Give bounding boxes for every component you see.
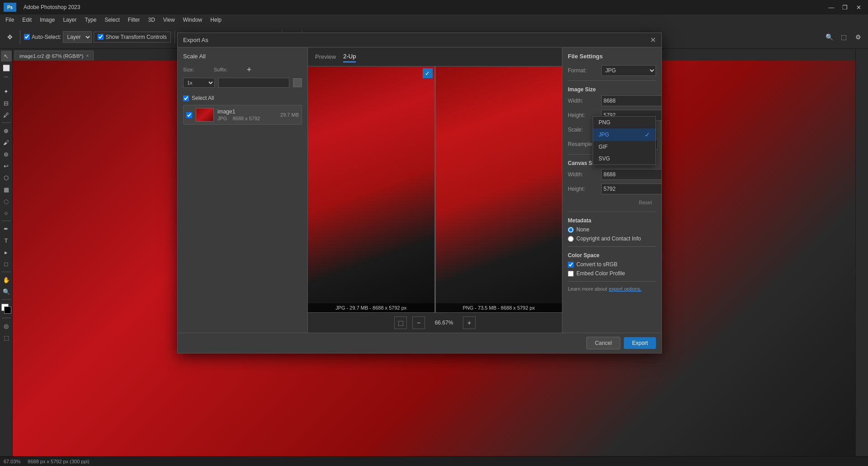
preview-tab[interactable]: Preview: [315, 52, 336, 62]
tab-close-icon[interactable]: ×: [86, 53, 89, 58]
canvas-width-label: Width:: [568, 171, 599, 178]
quick-mask-tool[interactable]: ◎: [1, 320, 12, 331]
menu-image[interactable]: Image: [36, 16, 58, 24]
eyedropper-tool[interactable]: 🖉: [1, 109, 12, 120]
minimize-button[interactable]: —: [826, 2, 837, 12]
preview-zoom-out-btn[interactable]: −: [412, 316, 425, 329]
suffix-input[interactable]: [218, 78, 289, 88]
menu-window[interactable]: Window: [179, 16, 206, 24]
document-tab[interactable]: image1.cr2 @ 67% (RGB/8*) ×: [14, 51, 94, 61]
menu-type[interactable]: Type: [81, 16, 100, 24]
statusbar: 67.03% 8688 px x 5792 px (300 ppi): [0, 456, 868, 466]
format-option-gif[interactable]: GIF: [593, 141, 656, 153]
convert-srgb-checkbox[interactable]: [568, 262, 574, 268]
none-radio[interactable]: [568, 227, 574, 233]
marquee-tool[interactable]: ⬜: [1, 62, 12, 73]
size-input-row: 1x 2x 0.5x: [183, 78, 302, 88]
divider-1: [568, 80, 656, 81]
path-selection-tool[interactable]: ▸: [1, 247, 12, 258]
menu-help[interactable]: Help: [207, 16, 225, 24]
add-size-button[interactable]: +: [245, 65, 254, 74]
format-option-jpg[interactable]: JPG ✓: [593, 128, 656, 141]
width-row: Width: px: [568, 95, 656, 106]
image-list: image1 JPG 8688 x 5792 29.7 MB: [183, 105, 302, 327]
format-option-png[interactable]: PNG: [593, 117, 656, 128]
metadata-section: Metadata: [568, 217, 656, 224]
maximize-button[interactable]: ❐: [839, 2, 851, 12]
healing-brush-tool[interactable]: ⊕: [1, 125, 12, 136]
embed-profile-checkbox[interactable]: [568, 271, 574, 277]
image-item-checkbox[interactable]: [186, 112, 192, 118]
options-icon[interactable]: ⚙: [852, 31, 864, 43]
color-space-section: Color Space: [568, 252, 656, 259]
cancel-button[interactable]: Cancel: [586, 337, 620, 349]
close-app-button[interactable]: ✕: [853, 2, 864, 12]
width-input[interactable]: [601, 95, 661, 106]
menu-edit[interactable]: Edit: [19, 16, 35, 24]
copyright-radio[interactable]: [568, 236, 574, 242]
right-panel: [855, 49, 868, 456]
canvas-width-input[interactable]: [601, 169, 661, 180]
dodge-tool[interactable]: ○: [1, 207, 12, 218]
format-jpg-check: ✓: [645, 131, 650, 138]
brush-tool[interactable]: 🖌: [1, 137, 12, 148]
document-dimensions: 8688 px x 5792 px (300 ppi): [28, 459, 89, 464]
history-brush-tool[interactable]: ↩: [1, 160, 12, 171]
crop-tool[interactable]: ⊟: [1, 98, 12, 108]
search-icon[interactable]: 🔍: [823, 31, 835, 43]
gradient-tool[interactable]: ▦: [1, 184, 12, 195]
blur-tool[interactable]: ◌: [1, 196, 12, 207]
preview-zoom-in-btn[interactable]: +: [463, 316, 476, 329]
canvas-height-input[interactable]: [601, 184, 661, 194]
magic-wand-tool[interactable]: ✦: [1, 86, 12, 97]
zoom-tool[interactable]: 🔍: [1, 286, 12, 297]
menu-filter[interactable]: Filter: [124, 16, 144, 24]
show-transform-checkbox[interactable]: [98, 34, 104, 40]
dialog-left-panel: Scale All Size: Suffix: + 1x 2x 0.5x Sel…: [178, 47, 308, 333]
canvas-width-row: Width: px: [568, 169, 656, 180]
color-picker[interactable]: [1, 304, 11, 314]
image-details: JPG 8688 x 5792: [217, 116, 277, 121]
dialog-close-button[interactable]: ✕: [650, 36, 656, 44]
format-select[interactable]: JPG PNG GIF SVG: [601, 65, 656, 76]
auto-select-checkbox[interactable]: [24, 34, 30, 40]
divider-4: [568, 246, 656, 247]
move-tool-icon[interactable]: ✥: [4, 31, 16, 43]
export-options-link[interactable]: export options.: [609, 286, 642, 292]
scale-all-heading: Scale All: [183, 53, 302, 60]
screen-mode-tool[interactable]: ⬚: [1, 332, 12, 343]
preview-right-label: PNG - 73.5 MB - 8688 x 5792 px: [436, 303, 562, 312]
size-suffix-row: Size: Suffix: +: [183, 65, 302, 74]
shape-tool[interactable]: □: [1, 259, 12, 269]
eraser-tool[interactable]: ⬡: [1, 172, 12, 183]
window-controls: — ❐ ✕: [826, 2, 864, 12]
move-tool[interactable]: ↖: [1, 51, 12, 61]
format-dropdown: PNG JPG ✓ GIF SVG: [593, 116, 656, 165]
size-select-dropdown[interactable]: 1x 2x 0.5x: [183, 78, 215, 88]
tools-separator-2: [2, 221, 11, 221]
menu-layer[interactable]: Layer: [59, 16, 80, 24]
format-row: Format: JPG PNG GIF SVG: [568, 65, 656, 76]
suffix-action-btn[interactable]: [293, 78, 302, 87]
menu-select[interactable]: Select: [101, 16, 123, 24]
auto-select-dropdown[interactable]: Layer Group: [63, 31, 92, 43]
hand-tool[interactable]: ✋: [1, 274, 12, 285]
stamp-tool[interactable]: ⊚: [1, 149, 12, 160]
menu-file[interactable]: File: [2, 16, 18, 24]
export-button[interactable]: Export: [624, 337, 656, 349]
select-all-checkbox[interactable]: [183, 95, 189, 101]
suffix-label: Suffix:: [214, 67, 241, 72]
reset-button[interactable]: Reset: [635, 198, 656, 207]
menu-view[interactable]: View: [160, 16, 179, 24]
preview-fit-btn[interactable]: ⬚: [394, 316, 407, 329]
format-option-svg[interactable]: SVG: [593, 153, 656, 165]
text-tool[interactable]: T: [1, 235, 12, 246]
workspace-icon[interactable]: ⬚: [837, 31, 850, 43]
menu-3d[interactable]: 3D: [144, 16, 158, 24]
two-up-tab[interactable]: 2-Up: [343, 51, 356, 62]
preview-tabs: Preview 2-Up: [308, 47, 562, 66]
background-color[interactable]: [4, 306, 11, 314]
tools-panel: ↖ ⬜ ⌒ ✦ ⊟ 🖉 ⊕ 🖌 ⊚ ↩ ⬡ ▦ ◌ ○ ✒ T ▸ □ ✋ 🔍 …: [0, 49, 13, 456]
lasso-tool[interactable]: ⌒: [1, 74, 12, 85]
pen-tool[interactable]: ✒: [1, 223, 12, 234]
